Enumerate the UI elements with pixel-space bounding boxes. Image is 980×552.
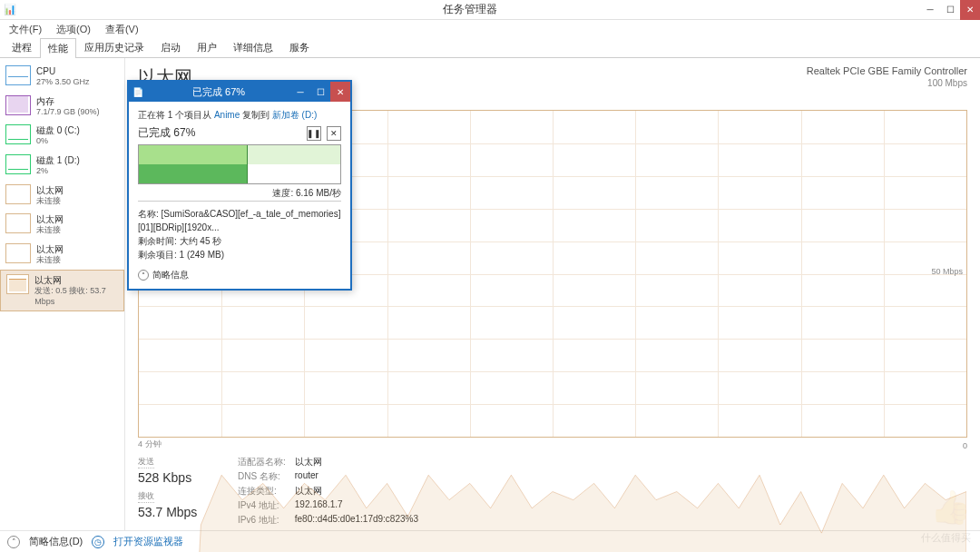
copy-close-button[interactable]: ✕	[330, 82, 350, 102]
sidebar-label: 以太网	[34, 274, 118, 286]
ethernet-thumb-icon	[5, 213, 31, 233]
sidebar-item-disk-c[interactable]: 磁盘 0 (C:)0%	[0, 121, 124, 151]
sidebar-label: CPU	[36, 65, 90, 77]
sidebar-value: 27% 3.50 GHz	[36, 77, 90, 88]
sidebar-item-ethernet-3[interactable]: 以太网未连接	[0, 240, 124, 270]
sidebar-value: 0%	[36, 136, 80, 147]
tab-performance[interactable]: 性能	[40, 38, 76, 58]
sidebar-label: 内存	[36, 95, 100, 107]
app-icon: 📊	[0, 4, 20, 15]
file-copy-dialog[interactable]: 📄 已完成 67% ─ ☐ ✕ 正在将 1 个项目从 Anime 复制到 新加卷…	[127, 80, 352, 291]
close-button[interactable]: ✕	[960, 0, 980, 20]
x-right-label: 0	[963, 441, 967, 450]
sidebar-item-ethernet-2[interactable]: 以太网未连接	[0, 210, 124, 240]
window-title: 任务管理器	[20, 2, 920, 17]
menu-file[interactable]: 文件(F)	[4, 21, 47, 38]
tab-startup[interactable]: 启动	[152, 37, 189, 57]
sidebar-label: 磁盘 0 (C:)	[36, 124, 80, 136]
maximize-button[interactable]: ☐	[940, 0, 960, 20]
copy-maximize-button[interactable]: ☐	[310, 82, 330, 102]
copy-speed-graph	[138, 144, 341, 184]
window-titlebar: 📊 任务管理器 ─ ☐ ✕	[0, 0, 980, 20]
pause-button[interactable]: ❚❚	[307, 126, 321, 141]
copy-dst-link[interactable]: 新加卷 (D:)	[272, 110, 317, 120]
sidebar-label: 以太网	[36, 243, 64, 255]
copy-text: 正在将 1 个项目从	[138, 110, 214, 120]
fewer-details-toggle[interactable]: ˄ 简略信息	[138, 269, 341, 281]
sidebar-item-memory[interactable]: 内存7.1/7.9 GB (90%)	[0, 92, 124, 122]
copy-text: 复制到	[240, 110, 272, 120]
cpu-thumb-icon	[5, 65, 31, 85]
sidebar-item-cpu[interactable]: CPU27% 3.50 GHz	[0, 62, 124, 92]
copy-src-link[interactable]: Anime	[214, 110, 240, 120]
copy-minimize-button[interactable]: ─	[290, 82, 310, 102]
chevron-up-icon: ˄	[138, 270, 149, 281]
sidebar-label: 磁盘 1 (D:)	[36, 154, 80, 166]
memory-thumb-icon	[5, 95, 31, 115]
tab-details[interactable]: 详细信息	[225, 37, 281, 57]
sidebar-value: 未连接	[36, 196, 64, 207]
sidebar-value: 2%	[36, 166, 80, 177]
collapse-icon[interactable]: ˄	[7, 536, 20, 548]
sidebar-value: 发送: 0.5 接收: 53.7 Mbps	[34, 286, 118, 307]
copy-source-line: 正在将 1 个项目从 Anime 复制到 新加卷 (D:)	[138, 109, 341, 122]
perf-sidebar: CPU27% 3.50 GHz 内存7.1/7.9 GB (90%) 磁盘 0 …	[0, 58, 125, 530]
sidebar-item-disk-d[interactable]: 磁盘 1 (D:)2%	[0, 151, 124, 181]
ethernet-thumb-icon	[5, 184, 31, 204]
minimize-button[interactable]: ─	[920, 0, 940, 20]
menu-view[interactable]: 查看(V)	[100, 21, 144, 38]
resmon-icon: ◷	[92, 536, 104, 548]
copy-progress-text: 已完成 67%	[138, 125, 195, 141]
adapter-name: Realtek PCIe GBE Family Controller	[807, 65, 967, 76]
x-left-label: 4 分钟	[138, 439, 162, 450]
toggle-label: 简略信息	[152, 269, 189, 281]
copy-details: 名称: [SumiSora&CASO][ef_-a_tale_of_memori…	[138, 207, 341, 261]
copy-title-text: 已完成 67%	[147, 85, 290, 99]
menu-options[interactable]: 选项(O)	[51, 21, 96, 38]
fewer-details-button[interactable]: 简略信息(D)	[29, 535, 83, 548]
cancel-copy-button[interactable]: ✕	[327, 126, 341, 141]
ethernet-thumb-icon	[6, 274, 29, 294]
tabbar: 进程 性能 应用历史记录 启动 用户 详细信息 服务	[0, 38, 980, 58]
copy-icon: 📄	[129, 87, 147, 97]
menubar: 文件(F) 选项(O) 查看(V)	[0, 20, 980, 38]
ethernet-thumb-icon	[5, 243, 31, 263]
copy-dialog-titlebar[interactable]: 📄 已完成 67% ─ ☐ ✕	[129, 82, 350, 102]
sidebar-value: 未连接	[36, 225, 64, 236]
y-mid-label: 50 Mbps	[931, 267, 963, 276]
y-max-label: 100 Mbps	[807, 78, 967, 88]
sidebar-label: 以太网	[36, 184, 64, 196]
tab-app-history[interactable]: 应用历史记录	[76, 37, 152, 57]
tab-users[interactable]: 用户	[189, 37, 225, 57]
disk-thumb-icon	[5, 154, 31, 174]
sidebar-value: 未连接	[36, 255, 64, 266]
disk-thumb-icon	[5, 124, 31, 144]
tab-services[interactable]: 服务	[281, 37, 318, 57]
tab-processes[interactable]: 进程	[4, 37, 40, 57]
sidebar-value: 7.1/7.9 GB (90%)	[36, 107, 100, 118]
sidebar-item-ethernet-active[interactable]: 以太网发送: 0.5 接收: 53.7 Mbps	[0, 270, 124, 311]
copy-speed-text: 速度: 6.16 MB/秒	[138, 187, 341, 202]
sidebar-item-ethernet-1[interactable]: 以太网未连接	[0, 181, 124, 211]
sidebar-label: 以太网	[36, 213, 64, 225]
